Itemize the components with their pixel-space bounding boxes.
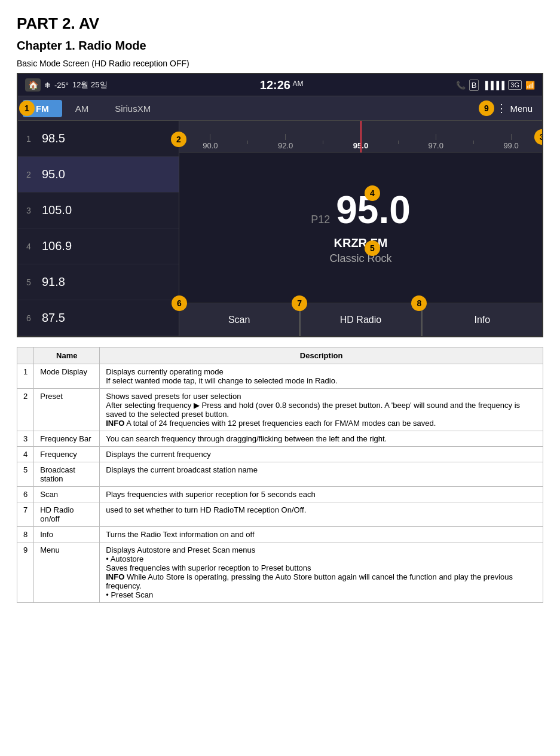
preset-item-5[interactable]: 5 91.8 — [18, 264, 179, 300]
preset-num-6: 6 — [26, 313, 35, 323]
scan-label: Scan — [228, 315, 250, 325]
bottom-buttons: 6 7 8 Scan HD Radio Info — [179, 303, 542, 336]
hd-radio-label: HD Radio — [340, 315, 381, 325]
badge-1: 1 — [19, 100, 35, 116]
row-description: Displays the current frequency — [100, 447, 543, 462]
tick-sub4 — [473, 141, 474, 144]
table-row: 8InfoTurns the Radio Text information on… — [17, 527, 543, 542]
preset-num-4: 4 — [26, 242, 35, 251]
preset-freq-4: 106.9 — [42, 239, 72, 253]
frequency-bar[interactable]: 3 90.0 92.0 — [179, 121, 542, 153]
network-badge: 3G — [508, 80, 522, 90]
date-kr: 12월 25일 — [72, 80, 108, 90]
freq-90: 90.0 — [185, 134, 235, 153]
preset-num-2: 2 — [26, 170, 35, 179]
section-subtitle: Basic Mode Screen (HD Radio reception OF… — [17, 59, 543, 68]
preset-num-3: 3 — [26, 206, 35, 215]
freq-label-99: 99.0 — [503, 141, 518, 150]
tick-sub2 — [323, 141, 323, 144]
main-area: 2 1 98.5 2 95.0 3 105.0 4 106.9 5 91.8 — [18, 121, 542, 336]
row-name: HD Radio on/off — [34, 502, 100, 527]
tick-sub3 — [398, 141, 399, 144]
hd-radio-button[interactable]: HD Radio — [301, 303, 421, 336]
table-header-name: Name — [34, 347, 100, 364]
preset-num-5: 5 — [26, 278, 35, 287]
table-row: 2PresetShows saved presets for user sele… — [17, 389, 543, 431]
table-row: 1Mode DisplayDisplays currently operatin… — [17, 364, 543, 389]
row-num: 3 — [17, 431, 34, 447]
row-num: 7 — [17, 502, 34, 527]
row-description: You can search frequency through draggin… — [100, 431, 543, 447]
tab-bar: FM AM SiriusXM ⋮ Menu 1 9 — [18, 96, 542, 121]
row-name: Mode Display — [34, 364, 100, 389]
preset-item-4[interactable]: 4 106.9 — [18, 228, 179, 264]
status-bar: 🏠 ❄ -25° 12월 25일 12:26 AM 📞 B ▐▐▐▐ 3G 📶 — [18, 74, 542, 96]
badge-6: 6 — [172, 295, 187, 311]
row-name: Menu — [34, 542, 100, 603]
row-name: Info — [34, 527, 100, 542]
station-genre: Classic Rock — [329, 252, 391, 265]
weather-icon: ❄ — [44, 81, 51, 90]
status-left: 🏠 ❄ -25° 12월 25일 — [25, 78, 108, 92]
row-description: Plays frequencies with superior receptio… — [100, 487, 543, 502]
row-description: Displays currently operating modeIf sele… — [100, 364, 543, 389]
freq-label-92: 92.0 — [278, 141, 293, 150]
tick-90 — [210, 134, 210, 140]
row-num: 6 — [17, 487, 34, 502]
preset-list: 2 1 98.5 2 95.0 3 105.0 4 106.9 5 91.8 — [18, 121, 179, 336]
info-button[interactable]: Info — [423, 303, 542, 336]
menu-dots-icon: ⋮ — [496, 102, 507, 115]
preset-item-6[interactable]: 6 87.5 — [18, 300, 179, 336]
row-name: Frequency — [34, 447, 100, 462]
tab-list: FM AM SiriusXM — [23, 100, 164, 117]
row-description: Turns the Radio Text information on and … — [100, 527, 543, 542]
freq-needle — [360, 121, 362, 153]
phone-icon: 📞 — [456, 81, 466, 90]
description-table: Name Description 1Mode DisplayDisplays c… — [17, 347, 543, 603]
preset-item-2[interactable]: 2 95.0 — [18, 157, 179, 193]
table-row: 6ScanPlays frequencies with superior rec… — [17, 487, 543, 502]
tick-97 — [436, 134, 436, 140]
table-row: 7HD Radio on/offused to set whether to t… — [17, 502, 543, 527]
scan-button[interactable]: Scan — [179, 303, 299, 336]
preset-item-1[interactable]: 1 98.5 — [18, 121, 179, 157]
tab-am[interactable]: AM — [62, 100, 102, 117]
preset-freq-6: 87.5 — [42, 311, 65, 325]
tab-siriusxm[interactable]: SiriusXM — [102, 100, 164, 117]
tick-99 — [511, 134, 512, 140]
row-num: 1 — [17, 364, 34, 389]
table-row: 9MenuDisplays Autostore and Preset Scan … — [17, 542, 543, 603]
row-num: 5 — [17, 462, 34, 487]
table-header-num — [17, 347, 34, 364]
row-name: Broadcast station — [34, 462, 100, 487]
clock-time: 12:26 — [260, 78, 290, 92]
preset-item-3[interactable]: 3 105.0 — [18, 193, 179, 228]
preset-indicator: P12 — [311, 214, 330, 226]
badge-9: 9 — [479, 100, 494, 116]
radio-display: 3 90.0 92.0 — [179, 121, 542, 336]
row-description: Displays Autostore and Preset Scan menus… — [100, 542, 543, 603]
row-name: Preset — [34, 389, 100, 431]
freq-99: 99.0 — [486, 134, 536, 153]
badge-5: 5 — [365, 240, 380, 256]
row-description: used to set whether to turn HD RadioTM r… — [100, 502, 543, 527]
badge-7: 7 — [292, 295, 307, 311]
freq-92: 92.0 — [261, 134, 311, 153]
row-num: 4 — [17, 447, 34, 462]
badge-2: 2 — [171, 132, 186, 147]
bluetooth-icon: B — [469, 80, 479, 91]
preset-freq-3: 105.0 — [42, 203, 72, 217]
preset-freq-1: 98.5 — [42, 132, 65, 145]
table-header-desc: Description — [100, 347, 543, 364]
freq-label-97: 97.0 — [429, 141, 443, 150]
signal-bars: ▐▐▐▐ — [482, 81, 504, 90]
table-row: 3Frequency BarYou can search frequency t… — [17, 431, 543, 447]
preset-num-1: 1 — [26, 134, 35, 144]
wifi-icon: 📶 — [525, 81, 535, 90]
row-num: 9 — [17, 542, 34, 603]
freq-label-90: 90.0 — [203, 141, 218, 150]
preset-freq-2: 95.0 — [42, 167, 65, 181]
home-icon[interactable]: 🏠 — [25, 78, 41, 92]
menu-button[interactable]: ⋮ Menu — [491, 99, 537, 117]
temperature: -25° — [54, 81, 69, 90]
